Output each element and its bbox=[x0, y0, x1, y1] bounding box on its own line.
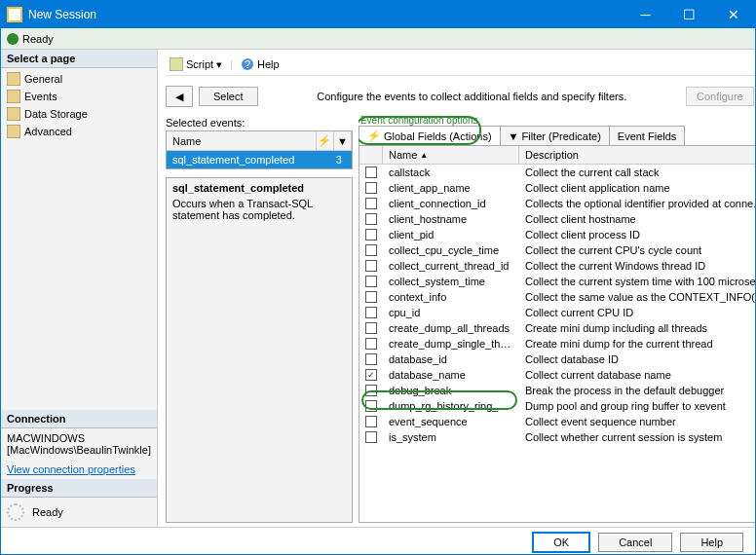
field-row[interactable]: debug_breakBreak the process in the defa… bbox=[359, 383, 756, 398]
back-button[interactable]: ◀ bbox=[166, 86, 193, 107]
field-row[interactable]: database_idCollect database ID bbox=[359, 352, 756, 367]
field-row[interactable]: collect_system_timeCollect the current s… bbox=[359, 274, 756, 289]
ok-button[interactable]: OK bbox=[532, 532, 590, 553]
status-text: Ready bbox=[22, 33, 54, 45]
svg-text:?: ? bbox=[245, 58, 250, 70]
sidebar: Select a page GeneralEventsData StorageA… bbox=[1, 50, 158, 527]
field-row[interactable]: context_infoCollect the same value as th… bbox=[359, 289, 756, 305]
field-desc: Collect current database name bbox=[519, 369, 756, 381]
field-row[interactable]: event_sequenceCollect event sequence num… bbox=[359, 414, 756, 429]
connection-user: [MacWindows\BeaulinTwinkle] bbox=[7, 444, 151, 456]
field-desc: Collect the current Windows thread ID bbox=[519, 260, 756, 272]
tabs: ⚡ Global Fields (Actions) ▼ Filter (Pred… bbox=[359, 126, 756, 145]
field-row[interactable]: client_hostnameCollect client hostname bbox=[359, 211, 756, 227]
nav-item-events[interactable]: Events bbox=[1, 88, 157, 105]
field-desc: Create mini dump including all threads bbox=[519, 322, 756, 334]
field-name: context_info bbox=[383, 291, 519, 303]
field-row[interactable]: create_dump_all_threadsCreate mini dump … bbox=[359, 320, 756, 336]
desc-title: sql_statement_completed bbox=[172, 182, 346, 194]
close-button[interactable]: ✕ bbox=[711, 1, 755, 28]
page-icon bbox=[7, 72, 20, 86]
col-field-name[interactable]: Name▲ bbox=[383, 146, 519, 164]
help-button[interactable]: ? Help bbox=[237, 56, 284, 73]
field-row[interactable]: collect_cpu_cycle_timeCollect the curren… bbox=[359, 242, 756, 258]
svg-rect-6 bbox=[170, 57, 183, 71]
field-desc: Collect the current system time with 100… bbox=[519, 276, 756, 287]
field-row[interactable]: client_app_nameCollect client applicatio… bbox=[359, 180, 756, 196]
nav-item-data-storage[interactable]: Data Storage bbox=[1, 105, 157, 123]
help-button[interactable]: Help bbox=[680, 533, 743, 552]
funnel-icon: ▼ bbox=[337, 135, 348, 147]
progress-text: Ready bbox=[32, 506, 63, 518]
col-name[interactable]: Name bbox=[167, 131, 317, 150]
configure-button: Configure bbox=[686, 87, 754, 106]
field-checkbox[interactable] bbox=[365, 244, 377, 256]
script-button[interactable]: Script ▾ bbox=[166, 56, 226, 73]
col-field-desc[interactable]: Description bbox=[519, 146, 756, 164]
field-name: client_hostname bbox=[383, 213, 519, 225]
field-row[interactable]: cpu_idCollect current CPU ID bbox=[359, 305, 756, 320]
field-checkbox[interactable] bbox=[365, 400, 377, 412]
tab-filter[interactable]: ▼ Filter (Predicate) bbox=[500, 126, 610, 145]
field-desc: Collect the same value as the CONTEXT_IN… bbox=[519, 291, 756, 303]
progress-header: Progress bbox=[1, 479, 157, 498]
field-row[interactable]: client_connection_idCollects the optiona… bbox=[359, 196, 756, 211]
page-icon bbox=[7, 90, 20, 103]
field-checkbox[interactable] bbox=[365, 166, 377, 178]
nav-item-general[interactable]: General bbox=[1, 70, 157, 88]
field-checkbox[interactable] bbox=[365, 276, 377, 287]
field-row[interactable]: is_systemCollect whether current session… bbox=[359, 429, 756, 445]
view-connection-link[interactable]: View connection properties bbox=[1, 460, 157, 479]
field-name: is_system bbox=[383, 431, 519, 443]
svg-rect-4 bbox=[7, 107, 20, 121]
tab-global-fields[interactable]: ⚡ Global Fields (Actions) bbox=[359, 126, 501, 145]
field-row[interactable]: database_nameCollect current database na… bbox=[359, 367, 756, 383]
field-checkbox[interactable] bbox=[365, 338, 377, 350]
col-lightning[interactable]: ⚡ bbox=[317, 131, 334, 150]
field-desc: Break the process in the default debugge… bbox=[519, 385, 756, 396]
select-button[interactable]: Select bbox=[199, 87, 258, 106]
field-checkbox[interactable] bbox=[365, 198, 377, 209]
field-checkbox[interactable] bbox=[365, 431, 377, 443]
field-checkbox[interactable] bbox=[365, 213, 377, 225]
field-checkbox[interactable] bbox=[365, 291, 377, 303]
field-checkbox[interactable] bbox=[365, 307, 377, 318]
progress-spinner-icon bbox=[7, 503, 24, 521]
field-row[interactable]: collect_current_thread_idCollect the cur… bbox=[359, 258, 756, 274]
cancel-button[interactable]: Cancel bbox=[598, 533, 672, 552]
tab-event-fields[interactable]: Event Fields bbox=[609, 126, 686, 145]
field-checkbox[interactable] bbox=[365, 353, 377, 365]
col-checkbox bbox=[359, 146, 383, 164]
minimize-button[interactable]: ─ bbox=[624, 1, 667, 28]
field-row[interactable]: callstackCollect the current call stack bbox=[359, 165, 756, 180]
field-desc: Collect database ID bbox=[519, 353, 756, 365]
field-desc: Collect client hostname bbox=[519, 213, 756, 225]
col-filter[interactable]: ▼ bbox=[334, 131, 352, 150]
selected-event-row[interactable]: sql_statement_completed 3 bbox=[167, 151, 352, 168]
field-name: create_dump_all_threads bbox=[383, 322, 519, 334]
field-name: collect_current_thread_id bbox=[383, 260, 519, 272]
lightning-icon: ⚡ bbox=[318, 134, 331, 147]
field-row[interactable]: client_pidCollect client process ID bbox=[359, 227, 756, 242]
connection-server: MACWINDOWS bbox=[7, 432, 151, 444]
field-row[interactable]: create_dump_single_threadCreate mini dum… bbox=[359, 336, 756, 352]
field-name: debug_break bbox=[383, 385, 519, 396]
field-checkbox[interactable] bbox=[365, 229, 377, 240]
svg-rect-1 bbox=[9, 9, 20, 20]
field-row[interactable]: dump_rg_history_ring_bufferDump pool and… bbox=[359, 398, 756, 414]
field-checkbox[interactable] bbox=[365, 369, 377, 381]
field-checkbox[interactable] bbox=[365, 260, 377, 272]
maximize-button[interactable]: ☐ bbox=[667, 1, 711, 28]
field-checkbox[interactable] bbox=[365, 385, 377, 396]
field-name: create_dump_single_thread bbox=[383, 338, 519, 350]
field-desc: Collects the optional identifier provide… bbox=[519, 198, 756, 209]
window-title: New Session bbox=[28, 8, 624, 21]
page-icon bbox=[7, 107, 20, 121]
config-text: Configure the events to collect addition… bbox=[264, 91, 680, 102]
field-checkbox[interactable] bbox=[365, 322, 377, 334]
field-desc: Collect event sequence number bbox=[519, 416, 756, 427]
event-description-box: sql_statement_completed Occurs when a Tr… bbox=[166, 177, 353, 523]
field-checkbox[interactable] bbox=[365, 416, 377, 427]
field-checkbox[interactable] bbox=[365, 182, 377, 194]
nav-item-advanced[interactable]: Advanced bbox=[1, 123, 157, 140]
